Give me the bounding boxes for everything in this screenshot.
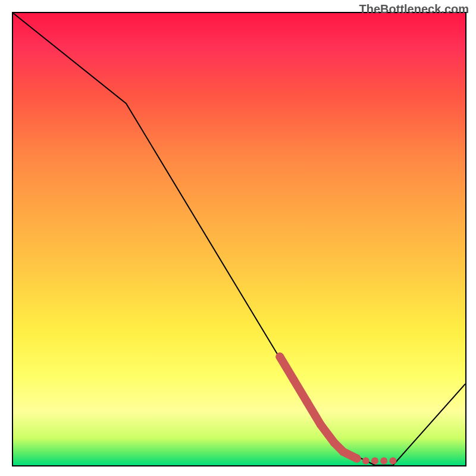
highlight-dot (317, 421, 325, 429)
highlight-dot (339, 447, 347, 456)
highlight-dot (389, 457, 396, 464)
highlight-dot (353, 455, 361, 463)
highlight-dot (330, 439, 339, 447)
chart-svg (13, 13, 465, 465)
highlight-stroke (280, 357, 356, 459)
highlight-dot (362, 457, 369, 464)
highlight-dot (289, 375, 298, 384)
watermark-text: TheBottleneck.com (359, 2, 469, 16)
highlight-dot (371, 457, 378, 464)
highlight-dot (303, 398, 311, 406)
curve-line (13, 13, 465, 465)
highlight-dot (380, 457, 387, 464)
chart-area (12, 12, 466, 466)
highlight-dots (275, 353, 396, 465)
highlight-dot (275, 353, 284, 361)
